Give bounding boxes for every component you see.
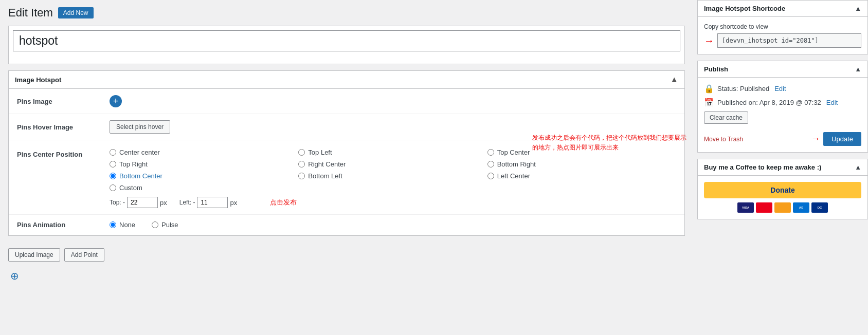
pins-hover-image-label: Pins Hover Image	[17, 123, 110, 131]
calendar-icon: 📅	[704, 98, 714, 107]
click-note: 点击发布	[270, 197, 297, 208]
image-hotspot-metabox: Image Hotspot ▲ Pins Image +	[8, 70, 685, 236]
top-px-label: px	[160, 199, 167, 207]
pins-animation-row: Pins Animation None Pulse	[9, 215, 684, 235]
top-center-radio[interactable]	[487, 149, 494, 156]
collapse-icon[interactable]: ▲	[670, 75, 678, 84]
move-to-trash-link[interactable]: Move to Trash	[704, 136, 743, 143]
published-edit-link[interactable]: Edit	[826, 99, 838, 106]
left-label: Left: -	[179, 199, 195, 206]
bottom-center-option[interactable]: Bottom Center	[110, 172, 298, 180]
pins-center-position-row: Pins Center Position Center center Top L…	[9, 140, 684, 215]
status-row: 🔒 Status: Published Edit	[704, 84, 861, 94]
publish-box-body: 🔒 Status: Published Edit 📅 Published on:…	[698, 78, 867, 152]
bottom-left-radio[interactable]	[298, 173, 305, 179]
clear-cache-button[interactable]: Clear cache	[704, 111, 748, 124]
meta-box-header[interactable]: Image Hotspot ▲	[9, 71, 684, 89]
pins-image-content: +	[110, 95, 676, 107]
clear-cache-wrapper: Clear cache	[704, 111, 861, 128]
post-title-input[interactable]	[13, 30, 680, 51]
status-text: Status: Published	[717, 85, 769, 92]
publish-actions: Move to Trash → Update	[704, 132, 861, 146]
chinese-annotation: 发布成功之后会有个代码，把这个代码放到我们想要展示的地方，热点图片即可展示出来	[532, 133, 686, 153]
center-center-radio[interactable]	[110, 149, 116, 156]
shortcode-collapse-icon[interactable]: ▲	[855, 5, 861, 12]
top-right-option[interactable]: Top Right	[110, 160, 298, 168]
sidebar: Image Hotspot Shortcode ▲ Copy shortcode…	[693, 0, 868, 335]
custom-position-inputs: Top: - px Left: - px 点击发布	[110, 197, 676, 208]
lock-icon: 🔒	[704, 84, 714, 94]
update-button[interactable]: Update	[823, 132, 861, 146]
blue-plus-icon[interactable]: ⊕	[8, 268, 21, 284]
top-label: Top: -	[110, 199, 125, 206]
publish-box: Publish ▲ 🔒 Status: Published Edit 📅 Pub…	[697, 61, 868, 153]
status-edit-link[interactable]: Edit	[774, 85, 786, 92]
page-title: Edit Item	[8, 6, 53, 20]
meta-box-body: Pins Image + Pins Hover Image Select pin…	[9, 89, 684, 235]
meta-box-title: Image Hotspot	[15, 76, 61, 84]
mastercard-icon	[756, 202, 772, 213]
left-value-input[interactable]	[197, 197, 228, 208]
top-left-radio[interactable]	[298, 149, 305, 156]
pins-image-row: Pins Image +	[9, 89, 684, 114]
donate-box-body: Donate VISA AE DC	[698, 176, 867, 219]
right-center-option[interactable]: Right Center	[298, 160, 487, 168]
left-center-option[interactable]: Left Center	[487, 172, 676, 180]
donate-box-title: Buy me a Coffee to keep me awake :)	[704, 163, 821, 171]
add-pins-image-button[interactable]: +	[110, 95, 122, 107]
donate-button[interactable]: Donate	[704, 182, 861, 198]
bottom-right-radio[interactable]	[487, 161, 494, 168]
donate-box-header[interactable]: Buy me a Coffee to keep me awake :) ▲	[698, 159, 867, 176]
discover-icon: DC	[811, 202, 828, 213]
shortcode-box-title: Image Hotspot Shortcode	[704, 5, 785, 12]
pins-image-label: Pins Image	[17, 98, 110, 105]
center-center-option[interactable]: Center center	[110, 148, 298, 156]
animation-options: None Pulse	[110, 221, 676, 229]
donate-collapse-icon[interactable]: ▲	[855, 163, 861, 171]
shortcode-box-header[interactable]: Image Hotspot Shortcode ▲	[698, 1, 867, 17]
pins-hover-image-content: Select pins hover	[110, 120, 676, 134]
shortcode-box: Image Hotspot Shortcode ▲ Copy shortcode…	[697, 0, 868, 54]
post-title-wrapper	[8, 26, 685, 64]
custom-option[interactable]: Custom	[110, 184, 298, 192]
pins-animation-label: Pins Animation	[17, 221, 110, 229]
position-options: Center center Top Left Top Center	[110, 148, 676, 208]
add-new-button[interactable]: Add New	[58, 7, 94, 18]
left-center-radio[interactable]	[487, 173, 494, 179]
published-text: Published on: Apr 8, 2019 @ 07:32	[717, 99, 821, 106]
publish-box-title: Publish	[704, 65, 728, 73]
amex-icon: AE	[793, 202, 809, 213]
left-px-label: px	[230, 199, 237, 207]
left-input-group: Left: - px	[179, 197, 237, 208]
top-value-input[interactable]	[127, 197, 158, 208]
published-row: 📅 Published on: Apr 8, 2019 @ 07:32 Edit	[704, 98, 861, 107]
publish-box-header[interactable]: Publish ▲	[698, 61, 867, 78]
bottom-left-option[interactable]: Bottom Left	[298, 172, 487, 180]
card-icons: VISA AE DC	[704, 202, 861, 213]
bottom-right-option[interactable]: Bottom Right	[487, 160, 676, 168]
right-center-radio[interactable]	[298, 161, 305, 168]
select-pins-hover-button[interactable]: Select pins hover	[110, 120, 170, 134]
custom-radio[interactable]	[110, 184, 116, 191]
top-left-option[interactable]: Top Left	[298, 148, 487, 156]
top-input-group: Top: - px	[110, 197, 167, 208]
mastercard-orange-icon	[774, 202, 791, 213]
top-right-radio[interactable]	[110, 161, 116, 168]
none-animation-option[interactable]: None	[110, 221, 135, 229]
bottom-center-radio[interactable]	[110, 173, 116, 179]
pulse-animation-option[interactable]: Pulse	[152, 221, 178, 229]
pulse-animation-radio[interactable]	[152, 221, 158, 228]
shortcode-input[interactable]	[717, 33, 861, 48]
donate-box: Buy me a Coffee to keep me awake :) ▲ Do…	[697, 159, 868, 219]
pins-center-position-label: Pins Center Position	[17, 148, 110, 158]
none-animation-radio[interactable]	[110, 221, 116, 228]
shortcode-box-body: Copy shortcode to view →	[698, 17, 867, 54]
visa-icon: VISA	[737, 202, 754, 213]
publish-collapse-icon[interactable]: ▲	[855, 65, 861, 73]
bottom-actions: Upload Image Add Point	[8, 242, 685, 268]
update-arrow-icon: →	[811, 134, 820, 144]
plus-circle-icon: +	[110, 95, 122, 107]
red-arrow-icon: →	[704, 35, 714, 47]
upload-image-button[interactable]: Upload Image	[8, 248, 60, 262]
add-point-button[interactable]: Add Point	[64, 248, 104, 262]
